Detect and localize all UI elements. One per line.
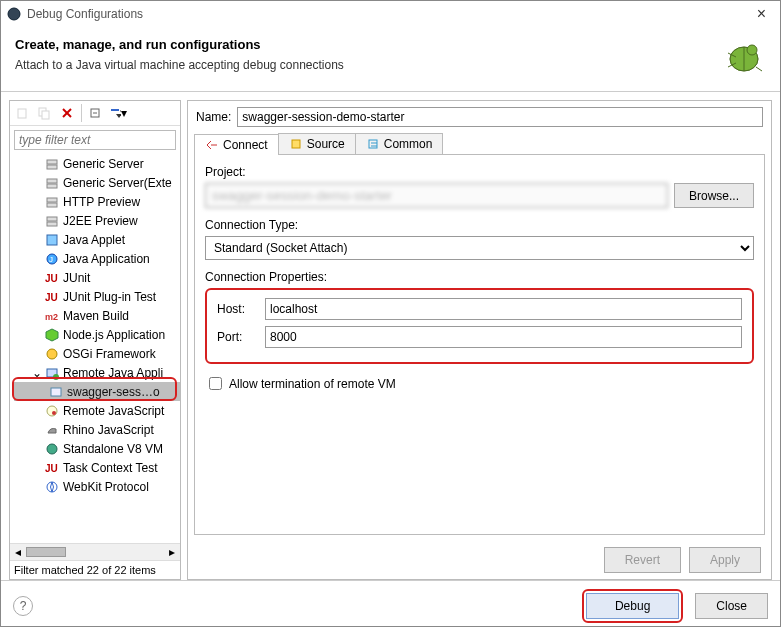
delete-config-icon[interactable] xyxy=(58,104,76,122)
server-icon xyxy=(44,195,60,209)
tree-item[interactable]: m2Maven Build xyxy=(14,306,180,325)
svg-point-39 xyxy=(47,444,57,454)
tree-item[interactable]: Rhino JavaScript xyxy=(14,420,180,439)
tree-item-label: Standalone V8 VM xyxy=(63,442,163,456)
apply-button[interactable]: Apply xyxy=(689,547,761,573)
details-panel: Name: Connect Source Common Project: xyxy=(187,100,772,580)
tree-item-label: swagger-sess…o xyxy=(67,385,160,399)
svg-rect-20 xyxy=(47,179,57,183)
tree-item-label: Remote Java Appli xyxy=(63,366,163,380)
connection-type-select[interactable]: Standard (Socket Attach) xyxy=(205,236,754,260)
tree-item[interactable]: Node.js Application xyxy=(14,325,180,344)
tree-item[interactable]: Generic Server xyxy=(14,154,180,173)
scroll-left-icon[interactable]: ◂ xyxy=(10,544,26,560)
svg-point-3 xyxy=(747,45,757,55)
sidebar-toolbar: ▾ xyxy=(10,101,180,126)
tree-item[interactable]: ⌄Remote Java Appli xyxy=(14,363,180,382)
tree-item-label: J2EE Preview xyxy=(63,214,138,228)
tree-item[interactable]: JUTask Context Test xyxy=(14,458,180,477)
tabs-bar: Connect Source Common xyxy=(194,133,765,155)
svg-rect-24 xyxy=(47,217,57,221)
tree-item[interactable]: HTTP Preview xyxy=(14,192,180,211)
tab-source-label: Source xyxy=(307,137,345,151)
svg-rect-21 xyxy=(47,184,57,188)
close-button[interactable]: Close xyxy=(695,593,768,619)
name-label: Name: xyxy=(196,110,231,124)
help-icon[interactable]: ? xyxy=(13,596,33,616)
tree-item-label: Java Applet xyxy=(63,233,125,247)
tree-item[interactable]: Java Applet xyxy=(14,230,180,249)
tree-item[interactable]: OSGi Framework xyxy=(14,344,180,363)
window-title: Debug Configurations xyxy=(27,7,749,21)
allow-termination-checkbox[interactable] xyxy=(209,377,222,390)
svg-rect-23 xyxy=(47,203,57,207)
scroll-thumb[interactable] xyxy=(26,547,66,557)
page-subtitle: Attach to a Java virtual machine accepti… xyxy=(15,58,718,72)
svg-point-35 xyxy=(53,374,59,380)
revert-button[interactable]: Revert xyxy=(604,547,681,573)
remote-icon xyxy=(44,366,60,380)
allow-termination-label: Allow termination of remote VM xyxy=(229,377,396,391)
config-tree[interactable]: Generic ServerGeneric Server(ExteHTTP Pr… xyxy=(10,152,180,543)
host-label: Host: xyxy=(217,302,261,316)
svg-point-38 xyxy=(52,411,56,415)
duplicate-config-icon[interactable] xyxy=(36,104,54,122)
svg-point-0 xyxy=(8,8,20,20)
filter-input[interactable] xyxy=(14,130,176,150)
filter-menu-icon[interactable]: ▾ xyxy=(109,104,127,122)
junit-icon: JU xyxy=(44,271,60,285)
expand-icon[interactable]: ⌄ xyxy=(32,366,44,380)
tree-item[interactable]: Standalone V8 VM xyxy=(14,439,180,458)
webkit-icon xyxy=(44,480,60,494)
svg-text:JU: JU xyxy=(45,273,58,284)
tab-source[interactable]: Source xyxy=(278,133,356,154)
tab-connect[interactable]: Connect xyxy=(194,134,279,155)
svg-rect-19 xyxy=(47,165,57,169)
tree-item[interactable]: WebKit Protocol xyxy=(14,477,180,496)
tree-item[interactable]: swagger-sess…o xyxy=(14,382,180,401)
tab-common[interactable]: Common xyxy=(355,133,444,154)
svg-rect-8 xyxy=(18,109,26,118)
svg-rect-15 xyxy=(111,109,119,111)
tree-item[interactable]: JUJUnit Plug-in Test xyxy=(14,287,180,306)
debug-bug-icon xyxy=(718,37,766,77)
close-icon[interactable]: × xyxy=(749,6,774,22)
connect-panel: Project: Browse... Connection Type: Stan… xyxy=(194,155,765,535)
connection-properties-label: Connection Properties: xyxy=(205,270,754,284)
common-tab-icon xyxy=(366,137,380,151)
tree-item-label: JUnit Plug-in Test xyxy=(63,290,156,304)
tab-common-label: Common xyxy=(384,137,433,151)
applet-icon xyxy=(44,233,60,247)
tree-item[interactable]: JUJUnit xyxy=(14,268,180,287)
rhino-icon xyxy=(44,423,60,437)
browse-button[interactable]: Browse... xyxy=(674,183,754,208)
scroll-right-icon[interactable]: ▸ xyxy=(164,544,180,560)
js-icon xyxy=(44,404,60,418)
new-config-icon[interactable] xyxy=(14,104,32,122)
port-input[interactable] xyxy=(265,326,742,348)
tree-item[interactable]: JJava Application xyxy=(14,249,180,268)
sidebar: ▾ Generic ServerGeneric Server(ExteHTTP … xyxy=(9,100,181,580)
debug-button[interactable]: Debug xyxy=(586,593,679,619)
config-icon xyxy=(48,385,64,399)
svg-text:JU: JU xyxy=(45,292,58,303)
name-input[interactable] xyxy=(237,107,763,127)
svg-line-7 xyxy=(756,67,762,71)
tree-item-label: Task Context Test xyxy=(63,461,158,475)
collapse-all-icon[interactable] xyxy=(87,104,105,122)
maven-icon: m2 xyxy=(44,309,60,323)
tree-item[interactable]: Generic Server(Exte xyxy=(14,173,180,192)
app-icon xyxy=(7,7,21,21)
project-input[interactable] xyxy=(205,183,668,208)
svg-marker-17 xyxy=(116,114,121,118)
horizontal-scrollbar[interactable]: ◂ ▸ xyxy=(10,543,180,560)
connection-properties-group: Host: Port: xyxy=(205,288,754,364)
server-icon xyxy=(44,214,60,228)
tree-item[interactable]: J2EE Preview xyxy=(14,211,180,230)
tree-item-label: JUnit xyxy=(63,271,90,285)
tree-item[interactable]: Remote JavaScript xyxy=(14,401,180,420)
svg-marker-32 xyxy=(46,329,58,341)
host-input[interactable] xyxy=(265,298,742,320)
tree-item-label: Maven Build xyxy=(63,309,129,323)
server-icon xyxy=(44,157,60,171)
